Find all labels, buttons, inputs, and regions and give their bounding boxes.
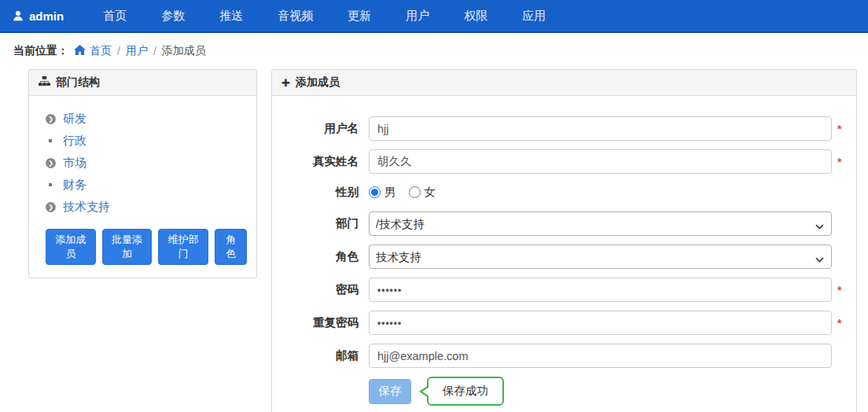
tree-item-admin[interactable]: 行政 [46, 130, 247, 152]
chevron-circle-icon: ❯ [46, 158, 56, 168]
password-label: 密码 [283, 282, 359, 297]
repeat-password-label: 重复密码 [283, 315, 359, 330]
tree-item-label: 技术支持 [63, 200, 110, 215]
home-icon [74, 45, 86, 57]
gender-female-radio[interactable] [409, 186, 421, 198]
nav-item-permissions[interactable]: 权限 [452, 0, 499, 31]
breadcrumb-current: 添加成员 [162, 44, 206, 58]
maintain-department-button[interactable]: 维护部门 [158, 229, 208, 265]
role-button[interactable]: 角色 [215, 229, 247, 265]
email-input[interactable] [369, 344, 832, 368]
username-label: 用户名 [283, 121, 359, 136]
role-row: 角色 技术支持 [283, 245, 845, 269]
breadcrumb-prefix: 当前位置： [13, 44, 68, 58]
department-row: 部门 /技术支持 [283, 212, 845, 236]
password-row: 密码 * [283, 278, 845, 302]
add-member-form: 用户名 * 真实姓名 * 性别 男 女 [272, 96, 856, 412]
username-input[interactable] [369, 116, 832, 141]
gender-male-radio[interactable] [369, 186, 381, 198]
plus-icon: ✚ [281, 77, 290, 89]
add-member-button[interactable]: 添加成员 [46, 229, 96, 265]
required-marker: * [837, 284, 841, 296]
nav-item-push[interactable]: 推送 [208, 0, 255, 31]
tree-item-rd[interactable]: ❯ 研发 [46, 108, 247, 130]
role-select[interactable]: 技术支持 [369, 245, 832, 269]
add-member-panel-title: 添加成员 [296, 75, 340, 90]
gender-option-male[interactable]: 男 [369, 185, 396, 200]
department-actions: 添加成员 批量添加 维护部门 角色 [46, 229, 247, 265]
gender-male-label: 男 [384, 185, 396, 200]
nav-item-media[interactable]: 音视频 [266, 0, 325, 31]
department-panel-title: 部门结构 [56, 75, 100, 90]
breadcrumb-separator: / [117, 45, 120, 57]
breadcrumb-home-label: 首页 [90, 44, 112, 58]
tree-item-market[interactable]: ❯ 市场 [46, 152, 247, 174]
nav-item-params[interactable]: 参数 [149, 0, 197, 31]
add-member-panel: ✚ 添加成员 用户名 * 真实姓名 * 性别 男 [271, 69, 857, 412]
breadcrumb-link-users[interactable]: 用户 [126, 44, 148, 58]
tree-item-techsupport[interactable]: ❯ 技术支持 [46, 196, 247, 218]
realname-label: 真实姓名 [283, 154, 359, 169]
gender-label: 性别 [283, 185, 359, 200]
square-bullet-icon [49, 183, 52, 186]
department-panel-header: 部门结构 [29, 70, 256, 96]
top-navbar: admin 首页 参数 推送 音视频 更新 用户 权限 应用 [0, 0, 868, 33]
repeat-password-row: 重复密码 * [283, 311, 845, 335]
chevron-circle-icon: ❯ [46, 114, 56, 124]
sitemap-icon [39, 76, 50, 89]
gender-female-label: 女 [425, 185, 436, 200]
save-success-toast: 保存成功 [427, 377, 504, 406]
username-label: admin [29, 9, 64, 23]
content-area: 部门结构 ❯ 研发 行政 ❯ 市场 财务 ❯ 技术支持 [0, 68, 868, 412]
breadcrumb-link-home[interactable]: 首页 [74, 44, 112, 58]
tree-item-finance[interactable]: 财务 [46, 174, 247, 196]
department-label: 部门 [283, 216, 359, 231]
gender-row: 性别 男 女 [283, 182, 845, 201]
add-member-panel-header: ✚ 添加成员 [272, 70, 856, 96]
breadcrumb-separator: / [153, 45, 156, 57]
square-bullet-icon [49, 139, 52, 142]
required-marker: * [837, 123, 841, 135]
realname-row: 真实姓名 * [283, 149, 845, 174]
department-tree: ❯ 研发 行政 ❯ 市场 财务 ❯ 技术支持 添加成员 批量添加 [29, 96, 256, 278]
user-icon [13, 10, 24, 21]
department-select[interactable]: /技术支持 [369, 212, 832, 236]
nav-item-update[interactable]: 更新 [336, 0, 383, 31]
nav-item-home[interactable]: 首页 [91, 0, 138, 31]
email-row: 邮箱 [283, 344, 845, 368]
username-row: 用户名 * [283, 116, 845, 141]
user-menu[interactable]: admin [13, 9, 64, 23]
tree-item-label: 研发 [63, 112, 86, 127]
required-marker: * [837, 317, 841, 329]
batch-add-button[interactable]: 批量添加 [102, 229, 153, 265]
password-input[interactable] [369, 278, 832, 302]
nav-item-apps[interactable]: 应用 [510, 0, 557, 31]
role-label: 角色 [283, 249, 359, 264]
chevron-circle-icon: ❯ [46, 202, 56, 212]
department-panel: 部门结构 ❯ 研发 行政 ❯ 市场 财务 ❯ 技术支持 [28, 69, 257, 278]
repeat-password-input[interactable] [369, 311, 832, 335]
gender-radio-group: 男 女 [369, 185, 436, 200]
realname-input[interactable] [369, 149, 832, 174]
gender-option-female[interactable]: 女 [409, 185, 436, 200]
required-marker: * [837, 156, 841, 168]
save-button[interactable]: 保存 [369, 379, 411, 404]
nav-item-users[interactable]: 用户 [394, 0, 441, 31]
breadcrumb: 当前位置： 首页 / 用户 / 添加成员 [0, 33, 868, 68]
save-row: 保存 保存成功 [369, 377, 845, 406]
email-label: 邮箱 [283, 348, 359, 363]
tree-item-label: 行政 [63, 134, 86, 149]
tree-item-label: 市场 [63, 156, 86, 171]
tree-item-label: 财务 [63, 178, 86, 193]
